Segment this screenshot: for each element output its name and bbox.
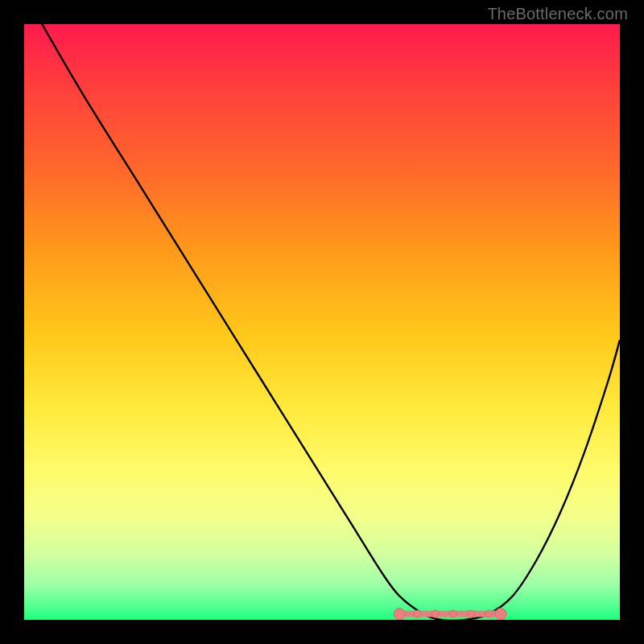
flat-marker bbox=[394, 609, 405, 620]
plot-area bbox=[24, 24, 620, 620]
flat-region-markers bbox=[394, 609, 506, 620]
watermark-text: TheBottleneck.com bbox=[487, 5, 628, 23]
curve-svg bbox=[24, 24, 620, 620]
bottleneck-curve-path bbox=[42, 24, 620, 620]
flat-marker bbox=[414, 610, 421, 617]
flat-marker bbox=[495, 609, 506, 620]
chart-frame: TheBottleneck.com bbox=[0, 0, 644, 644]
flat-marker bbox=[431, 610, 439, 617]
flat-marker bbox=[449, 610, 456, 617]
flat-marker bbox=[485, 610, 493, 617]
flat-marker bbox=[468, 610, 475, 617]
